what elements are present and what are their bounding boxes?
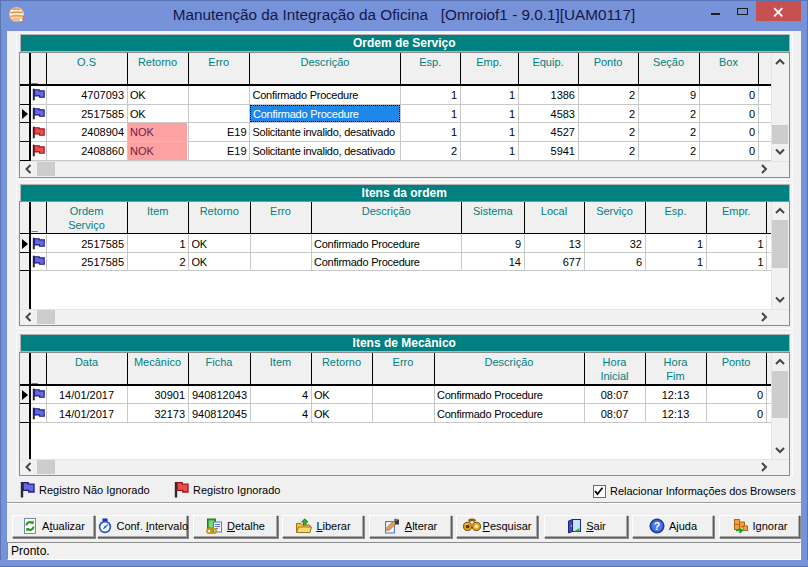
svg-text:?: ? bbox=[654, 520, 660, 532]
